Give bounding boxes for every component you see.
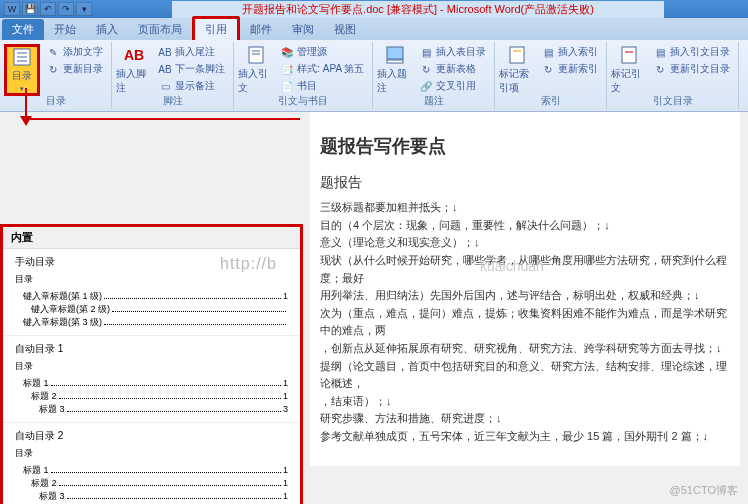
manage-icon: 📚 [280,45,294,59]
style-icon: 📑 [280,62,294,76]
svg-rect-7 [387,47,403,59]
update-table-icon: ↻ [419,62,433,76]
tab-mailings[interactable]: 邮件 [240,19,282,40]
svg-rect-11 [622,47,636,63]
show-notes-button[interactable]: ▭显示备注 [156,78,227,94]
mark-icon [507,45,527,65]
toc-option-auto1[interactable]: 自动目录 1 目录 标题 11 标题 21 标题 33 [3,335,300,422]
tab-insert[interactable]: 插入 [86,19,128,40]
svg-rect-10 [513,50,521,52]
insert-fig-toc-button[interactable]: ▤插入表目录 [417,44,488,60]
insert-index-button[interactable]: ▤插入索引 [539,44,600,60]
toc-label: 目录 [12,69,32,83]
insert-toa-button[interactable]: ▤插入引文目录 [651,44,732,60]
footnote-icon: AB [124,45,144,65]
document-page: 题报告写作要点 题报告 三级标题都要加粗并抵头；↓ 目的（4 个层次：现象，问题… [310,112,740,466]
blog-watermark: @51CTO博客 [670,483,738,498]
manage-sources-button[interactable]: 📚管理源 [278,44,366,60]
update-index-icon: ↻ [541,62,555,76]
mark-entry-button[interactable]: 标记索引项 [499,44,535,96]
mark-citation-button[interactable]: 标记引文 [611,44,647,96]
toc-button[interactable]: 目录 ▾ [4,44,40,96]
update-toa-icon: ↻ [653,62,667,76]
group-captions-label: 题注 [373,94,494,108]
save-icon[interactable]: 💾 [22,2,38,16]
update-icon: ↻ [46,62,60,76]
doc-line: 研究步骤、方法和措施、研究进度；↓ [320,410,730,428]
add-text-button[interactable]: ✎添加文字 [44,44,105,60]
next-icon: AB [158,62,172,76]
insert-citation-button[interactable]: 插入引文 [238,44,274,96]
group-footnotes: AB 插入脚注 AB插入尾注 AB下一条脚注 ▭显示备注 脚注 [112,42,234,109]
tab-layout[interactable]: 页面布局 [128,19,192,40]
document-area: 内置 手动目录 目录 键入章标题(第 1 级)1 键入章标题(第 2 级) 键入… [0,112,748,504]
xref-icon: 🔗 [419,79,433,93]
toc-icon [12,47,32,67]
watermark-right: kuaichuan [480,258,544,274]
update-index-button[interactable]: ↻更新索引 [539,61,600,77]
svg-rect-4 [249,47,263,63]
group-captions: 插入题注 ▤插入表目录 ↻更新表格 🔗交叉引用 题注 [373,42,495,109]
group-index-label: 索引 [495,94,606,108]
update-toc-button[interactable]: ↻更新目录 [44,61,105,77]
tab-home[interactable]: 开始 [44,19,86,40]
group-citations-label: 引文与书目 [234,94,372,108]
tab-view[interactable]: 视图 [324,19,366,40]
toc-option-auto2[interactable]: 自动目录 2 目录 标题 11 标题 21 标题 31 [3,422,300,504]
group-footnotes-label: 脚注 [112,94,233,108]
update-table-button[interactable]: ↻更新表格 [417,61,488,77]
group-authorities: 标记引文 ▤插入引文目录 ↻更新引文目录 引文目录 [607,42,739,109]
insert-caption-button[interactable]: 插入题注 [377,44,413,96]
next-footnote-button[interactable]: AB下一条脚注 [156,61,227,77]
qat-dropdown-icon[interactable]: ▾ [76,2,92,16]
watermark-left: http://b [220,255,277,273]
group-toc: 目录 ▾ ✎添加文字 ↻更新目录 目录 [0,42,112,109]
group-toc-label: 目录 [0,94,111,108]
ribbon-tabs: 文件 开始 插入 页面布局 引用 邮件 审阅 视图 [0,18,748,40]
doc-line: ，创新点从延伸拓展原有研究、研究视角、研究方法、跨学科研究等方面去寻找；↓ [320,340,730,358]
undo-icon[interactable]: ↶ [40,2,56,16]
group-authorities-label: 引文目录 [607,94,738,108]
show-icon: ▭ [158,79,172,93]
doc-line: 次为（重点，难点，提问）难点，提炼；收集资料困难不能作为难点，而是学术研究中的难… [320,305,730,340]
cross-ref-button[interactable]: 🔗交叉引用 [417,78,488,94]
quick-access-toolbar: W 💾 ↶ ↷ ▾ [4,2,92,16]
style-selector[interactable]: 📑样式: APA 第五 [278,61,366,77]
insert-footnote-button[interactable]: AB 插入脚注 [116,44,152,96]
endnote-icon: AB [158,45,172,59]
group-index: 标记索引项 ▤插入索引 ↻更新索引 索引 [495,42,607,109]
biblio-icon: 📄 [280,79,294,93]
doc-line: 用列举法、用归纳法）先国外后国内，述与评结合，标明出处，权威和经典；↓ [320,287,730,305]
tab-review[interactable]: 审阅 [282,19,324,40]
group-citations: 插入引文 📚管理源 📑样式: APA 第五 📄书目 引文与书目 [234,42,373,109]
window-title: 开题报告和论文写作要点.doc [兼容模式] - Microsoft Word(… [172,1,664,18]
fig-toc-icon: ▤ [419,45,433,59]
bibliography-button[interactable]: 📄书目 [278,78,366,94]
ribbon: 目录 ▾ ✎添加文字 ↻更新目录 目录 AB 插入脚注 AB插入尾注 AB下一条… [0,40,748,112]
redo-icon[interactable]: ↷ [58,2,74,16]
doc-line: 目的（4 个层次：现象，问题，重要性，解决什么问题）；↓ [320,217,730,235]
word-icon[interactable]: W [4,2,20,16]
caption-icon [385,45,405,65]
citation-icon [246,45,266,65]
tab-file[interactable]: 文件 [2,19,44,40]
insert-index-icon: ▤ [541,45,555,59]
doc-line: 提纲（论文题目，首页中包括研究目的和意义、研究方法、结构安排、理论综述，理论概述… [320,358,730,393]
doc-line: 参考文献单独成页，五号宋体，近三年文献为主，最少 15 篇，国外期刊 2 篇；↓ [320,428,730,446]
doc-line: ，结束语）；↓ [320,393,730,411]
doc-line: 意义（理论意义和现实意义）；↓ [320,234,730,252]
mark-cite-icon [619,45,639,65]
doc-title: 题报告写作要点 [320,132,730,161]
tab-references[interactable]: 引用 [192,16,240,40]
svg-rect-8 [387,60,403,63]
titlebar: W 💾 ↶ ↷ ▾ 开题报告和论文写作要点.doc [兼容模式] - Micro… [0,0,748,18]
doc-line: 三级标题都要加粗并抵头；↓ [320,199,730,217]
update-toa-button[interactable]: ↻更新引文目录 [651,61,732,77]
annotation-arrow-h [30,118,300,120]
insert-endnote-button[interactable]: AB插入尾注 [156,44,227,60]
svg-rect-9 [510,47,524,63]
add-text-icon: ✎ [46,45,60,59]
doc-section: 题报告 [320,171,730,193]
dd-builtin-header: 内置 [3,227,300,249]
toa-icon: ▤ [653,45,667,59]
